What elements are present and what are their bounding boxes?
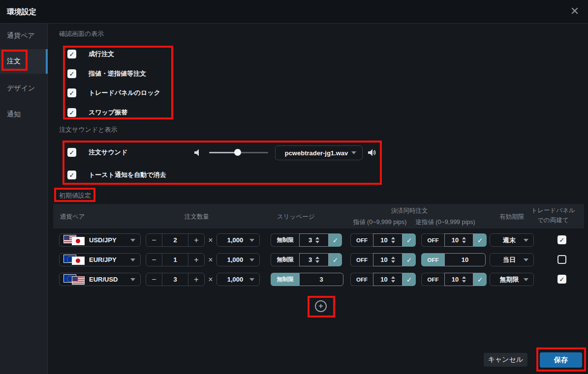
flag-pair	[63, 255, 85, 265]
confirm-section-title: 確認画面の表示	[59, 29, 104, 38]
slippage-value: 3	[309, 256, 312, 263]
multiply-sign: ×	[207, 253, 215, 266]
header-hedge-line2: での両建て	[523, 216, 583, 225]
off-toggle[interactable]: OFF	[350, 253, 373, 266]
quantity-stepper: − 2 +	[146, 233, 205, 247]
off-toggle[interactable]: OFF	[350, 273, 373, 286]
sidebar-item-orders[interactable]: 注文	[0, 49, 48, 74]
lot-size-select[interactable]: 1,000	[217, 253, 260, 266]
header-slippage: スリッページ	[277, 213, 314, 221]
spinner-arrows[interactable]	[315, 237, 319, 243]
chevron-down-icon	[524, 278, 528, 281]
save-button[interactable]: 保存	[540, 352, 582, 368]
stop-control: OFF 10 ✓	[421, 233, 487, 247]
expiry-select[interactable]: 無期限	[490, 273, 534, 286]
header-hedge-line1: トレードパネル	[523, 206, 583, 215]
hedge-checkbox[interactable]: ✓	[557, 235, 566, 244]
checkbox[interactable]: ✓	[67, 171, 76, 179]
stop-value-box[interactable]: 10	[444, 253, 486, 266]
checkbox[interactable]: ✓	[67, 88, 76, 97]
sound-file-select[interactable]: pcwebtrader-jg1.wav	[275, 145, 363, 160]
checkbox[interactable]: ✓	[67, 148, 76, 157]
minus-button[interactable]: −	[146, 234, 162, 246]
currency-pair-select[interactable]: EUR/USD	[59, 273, 141, 286]
sound-section-title: 注文サウンドと表示	[59, 125, 118, 134]
cancel-button[interactable]: キャンセル	[484, 353, 527, 367]
confirm-check-button[interactable]: ✓	[329, 233, 342, 247]
confirm-check-button[interactable]: ✓	[402, 233, 416, 247]
off-toggle[interactable]: OFF	[350, 233, 373, 247]
close-icon[interactable]: ✕	[568, 5, 581, 18]
confirm-check-button[interactable]: ✓	[402, 253, 416, 266]
limit-value-box[interactable]: 10	[373, 273, 402, 286]
expiry-value: 当日	[503, 256, 516, 264]
option-order-sound: ✓ 注文サウンド	[67, 148, 127, 157]
lot-size-select[interactable]: 1,000	[217, 233, 260, 247]
spinner-arrows[interactable]	[462, 276, 466, 283]
stop-control: OFF 10	[421, 253, 486, 266]
lot-value: 1,000	[223, 236, 244, 244]
off-toggle[interactable]: OFF	[421, 253, 444, 266]
limit-value-box[interactable]: 10	[373, 253, 402, 266]
limit-value-box[interactable]: 10	[373, 233, 402, 247]
pair-value: EUR/USD	[89, 276, 118, 283]
stop-value-box[interactable]: 10	[444, 273, 473, 286]
minus-button[interactable]: −	[146, 273, 162, 286]
spinner-arrows[interactable]	[391, 237, 395, 243]
slippage-value-box[interactable]: 3	[299, 273, 343, 286]
expiry-select[interactable]: 当日	[490, 253, 534, 266]
confirm-check-button[interactable]: ✓	[473, 233, 487, 247]
quantity-stepper: − 1 +	[146, 253, 205, 266]
slippage-value-box[interactable]: 3	[299, 233, 329, 247]
sidebar: 通貨ペア 注文 デザイン 通知	[0, 24, 48, 374]
table-header: 通貨ペア 注文数量 スリッページ 決済同時注文 指値 (0~9,999 pips…	[53, 204, 584, 229]
minus-button[interactable]: −	[146, 254, 162, 266]
sidebar-item-design[interactable]: デザイン	[0, 82, 48, 95]
expiry-select[interactable]: 週末	[490, 233, 534, 247]
unlimited-toggle[interactable]: 無制限	[271, 253, 299, 266]
sidebar-item-currency-pairs[interactable]: 通貨ペア	[0, 29, 48, 42]
limit-value: 10	[380, 276, 387, 283]
limit-control: OFF 10 ✓	[350, 233, 416, 247]
sidebar-item-label: 通知	[7, 110, 21, 119]
plus-button[interactable]: +	[188, 273, 204, 286]
plus-button[interactable]: +	[188, 234, 204, 246]
add-row-button[interactable]: +	[315, 300, 327, 312]
slippage-control: 無制限 3 ✓	[271, 253, 342, 266]
volume-slider[interactable]	[209, 152, 268, 153]
unlimited-toggle[interactable]: 無制限	[271, 273, 299, 286]
off-toggle[interactable]: OFF	[421, 233, 444, 247]
checkbox[interactable]: ✓	[67, 69, 76, 78]
hedge-checkbox[interactable]: ✓	[557, 275, 566, 284]
spinner-arrows[interactable]	[391, 257, 395, 263]
chevron-down-icon	[351, 151, 356, 154]
quantity-value: 1	[162, 254, 188, 266]
option-label: トースト通知を自動で消去	[89, 171, 166, 179]
play-sound-icon[interactable]	[368, 148, 376, 157]
option-label: スワップ振替	[89, 108, 127, 117]
confirm-check-button[interactable]: ✓	[473, 273, 487, 286]
spinner-arrows[interactable]	[391, 276, 395, 283]
currency-pair-select[interactable]: EUR/JPY	[59, 253, 141, 266]
unlimited-toggle[interactable]: 無制限	[271, 233, 299, 247]
spinner-arrows[interactable]	[462, 237, 466, 243]
off-toggle[interactable]: OFF	[421, 273, 444, 286]
currency-pair-select[interactable]: USD/JPY	[59, 233, 141, 247]
volume-slider-thumb[interactable]	[234, 149, 241, 156]
limit-value: 10	[380, 256, 387, 263]
chevron-down-icon	[524, 259, 528, 261]
confirm-check-button[interactable]: ✓	[402, 273, 416, 286]
checkbox[interactable]: ✓	[67, 108, 76, 117]
option-label: トレードパネルのロック	[89, 88, 160, 97]
lot-size-select[interactable]: 1,000	[217, 273, 260, 286]
sidebar-item-notifications[interactable]: 通知	[0, 108, 48, 121]
stop-value-box[interactable]: 10	[444, 233, 473, 247]
stop-value: 10	[452, 236, 459, 244]
header-stop: 逆指値 (0~9,999 pips)	[406, 218, 485, 227]
hedge-checkbox[interactable]: ✓	[557, 255, 566, 264]
slippage-value-box[interactable]: 3	[299, 253, 329, 266]
spinner-arrows[interactable]	[315, 257, 319, 263]
plus-button[interactable]: +	[188, 254, 204, 266]
checkbox[interactable]: ✓	[67, 50, 76, 58]
confirm-check-button[interactable]: ✓	[329, 253, 342, 266]
